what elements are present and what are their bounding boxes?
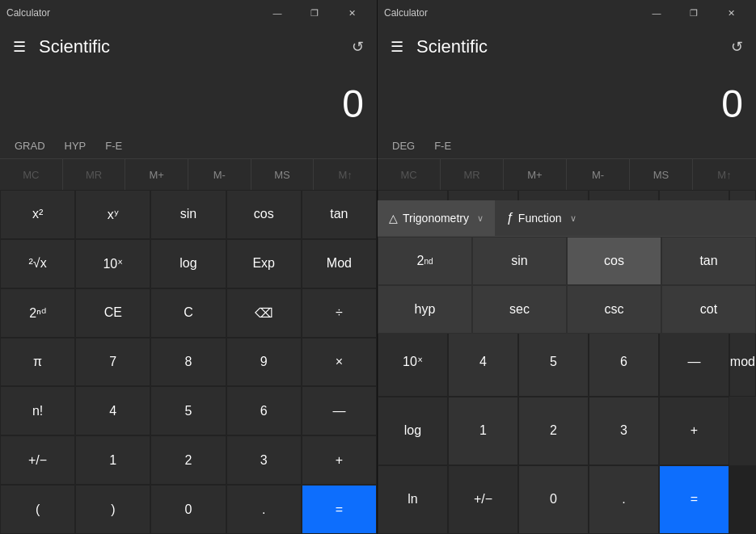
left-btn-0[interactable]: x² bbox=[0, 190, 75, 239]
display-left: 0 bbox=[0, 68, 377, 132]
mod-btn[interactable]: mod bbox=[729, 327, 756, 396]
title-right: Calculator bbox=[384, 7, 428, 19]
drop-hyp-btn[interactable]: hyp bbox=[378, 285, 472, 334]
ms-btn-right[interactable]: MS bbox=[630, 159, 693, 190]
close-btn-right[interactable]: ✕ bbox=[712, 0, 750, 26]
right-btn-row4-4[interactable]: = bbox=[659, 465, 729, 534]
mr-btn-right[interactable]: MR bbox=[441, 159, 504, 190]
mc-btn-left[interactable]: MC bbox=[0, 159, 63, 190]
left-btn-13[interactable]: ⌫ bbox=[226, 288, 302, 338]
grad-btn[interactable]: GRAD bbox=[6, 137, 53, 154]
calc-header-right: ☰ Scientific ↺ bbox=[378, 26, 756, 68]
left-btn-10[interactable]: 2ⁿᵈ bbox=[0, 288, 75, 338]
mc-btn-right[interactable]: MC bbox=[378, 159, 441, 190]
memory-row-left: MC MR M+ M- MS M↑ bbox=[0, 158, 377, 190]
left-btn-30[interactable]: ( bbox=[0, 485, 75, 534]
left-btn-31[interactable]: ) bbox=[75, 485, 150, 534]
right-btn-row4-1[interactable]: +/− bbox=[448, 465, 518, 534]
right-btn-row2-3[interactable]: 6 bbox=[589, 327, 659, 396]
right-btn-row4-0[interactable]: ln bbox=[378, 465, 448, 534]
right-btn-row3-0[interactable]: log bbox=[378, 397, 448, 465]
mup-btn-left[interactable]: M↑ bbox=[314, 159, 377, 190]
left-btn-26[interactable]: 1 bbox=[75, 435, 150, 485]
left-btn-20[interactable]: n! bbox=[0, 386, 75, 435]
toolbar-left: GRAD HYP F-E bbox=[0, 132, 377, 158]
left-btn-14[interactable]: ÷ bbox=[302, 288, 377, 338]
right-btn-row2-1[interactable]: 4 bbox=[448, 327, 518, 396]
left-btn-28[interactable]: 3 bbox=[226, 435, 302, 485]
function-icon: ƒ bbox=[506, 211, 513, 225]
menu-icon-left[interactable]: ☰ bbox=[6, 32, 32, 62]
left-btn-25[interactable]: +/− bbox=[0, 435, 75, 485]
left-btn-8[interactable]: Exp bbox=[226, 239, 302, 288]
history-icon-right[interactable]: ↺ bbox=[731, 38, 743, 56]
left-btn-3[interactable]: cos bbox=[226, 190, 302, 239]
left-btn-2[interactable]: sin bbox=[150, 190, 226, 239]
right-btn-row4-2[interactable]: 0 bbox=[518, 465, 589, 534]
app-title-left: Calculator bbox=[6, 7, 50, 19]
drop-tan-btn[interactable]: tan bbox=[661, 237, 756, 285]
mminus-btn-left[interactable]: M- bbox=[188, 159, 251, 190]
left-btn-24[interactable]: — bbox=[302, 386, 377, 435]
mup-btn-right[interactable]: M↑ bbox=[693, 159, 756, 190]
left-btn-22[interactable]: 5 bbox=[150, 386, 226, 435]
mminus-btn-right[interactable]: M- bbox=[567, 159, 630, 190]
function-tab[interactable]: ƒ Function ∨ bbox=[495, 200, 588, 236]
empty-cell-3 bbox=[729, 397, 756, 465]
left-btn-7[interactable]: log bbox=[150, 239, 226, 288]
mr-btn-left[interactable]: MR bbox=[63, 159, 126, 190]
left-btn-18[interactable]: 9 bbox=[226, 338, 302, 387]
left-btn-17[interactable]: 8 bbox=[150, 338, 226, 387]
trig-dropdown-content: 2nd sin cos tan hyp sec csc cot bbox=[378, 236, 756, 334]
ms-btn-left[interactable]: MS bbox=[251, 159, 315, 190]
right-btn-row3-4[interactable]: + bbox=[659, 397, 729, 465]
left-btn-6[interactable]: 10ˣ bbox=[75, 239, 150, 288]
left-btn-32[interactable]: 0 bbox=[150, 485, 226, 534]
trig-tab[interactable]: △ Trigonometry ∨ bbox=[378, 200, 495, 236]
left-btn-33[interactable]: . bbox=[226, 485, 302, 534]
hyp-btn[interactable]: HYP bbox=[57, 137, 95, 154]
left-btn-4[interactable]: tan bbox=[302, 190, 377, 239]
left-btn-34[interactable]: = bbox=[302, 485, 377, 534]
close-btn-left[interactable]: ✕ bbox=[333, 0, 370, 26]
left-btn-23[interactable]: 6 bbox=[226, 386, 302, 435]
drop-2nd-btn[interactable]: 2nd bbox=[378, 237, 472, 285]
calc-mode-title-right: Scientific bbox=[416, 36, 731, 57]
mplus-btn-left[interactable]: M+ bbox=[125, 159, 188, 190]
left-btn-12[interactable]: C bbox=[150, 288, 226, 338]
fe-btn-right[interactable]: F-E bbox=[426, 137, 459, 154]
right-btn-row4-3[interactable]: . bbox=[589, 465, 659, 534]
left-btn-1[interactable]: xʸ bbox=[75, 190, 150, 239]
left-btn-29[interactable]: + bbox=[302, 435, 377, 485]
left-btn-19[interactable]: × bbox=[302, 338, 377, 387]
maximize-btn-left[interactable]: ❐ bbox=[296, 0, 333, 26]
left-btn-21[interactable]: 4 bbox=[75, 386, 150, 435]
minimize-btn-left[interactable]: — bbox=[259, 0, 296, 26]
left-btn-16[interactable]: 7 bbox=[75, 338, 150, 387]
mplus-btn-right[interactable]: M+ bbox=[504, 159, 567, 190]
right-btn-row3-2[interactable]: 2 bbox=[518, 397, 589, 465]
left-btn-11[interactable]: CE bbox=[75, 288, 150, 338]
minimize-btn-right[interactable]: — bbox=[638, 0, 675, 26]
trig-chevron: ∨ bbox=[477, 213, 484, 224]
right-btn-row3-1[interactable]: 1 bbox=[448, 397, 518, 465]
drop-csc-btn[interactable]: csc bbox=[567, 285, 661, 334]
left-btn-27[interactable]: 2 bbox=[150, 435, 226, 485]
right-btn-row2-0[interactable]: 10ˣ bbox=[378, 327, 448, 396]
left-btn-5[interactable]: ²√x bbox=[0, 239, 75, 288]
drop-cot-btn[interactable]: cot bbox=[661, 285, 756, 334]
left-btn-9[interactable]: Mod bbox=[302, 239, 377, 288]
right-btn-row2-4[interactable]: — bbox=[659, 327, 729, 396]
calc-header-left: ☰ Scientific ↺ bbox=[0, 26, 377, 68]
drop-cos-btn[interactable]: cos bbox=[567, 237, 661, 285]
menu-icon-right[interactable]: ☰ bbox=[384, 32, 410, 62]
maximize-btn-right[interactable]: ❐ bbox=[675, 0, 712, 26]
deg-btn[interactable]: DEG bbox=[384, 137, 423, 154]
drop-sec-btn[interactable]: sec bbox=[472, 285, 567, 334]
right-btn-row2-2[interactable]: 5 bbox=[518, 327, 589, 396]
fe-btn[interactable]: F-E bbox=[97, 137, 130, 154]
right-btn-row3-3[interactable]: 3 bbox=[589, 397, 659, 465]
left-btn-15[interactable]: π bbox=[0, 338, 75, 387]
history-icon-left[interactable]: ↺ bbox=[352, 38, 364, 56]
drop-sin-btn[interactable]: sin bbox=[472, 237, 567, 285]
